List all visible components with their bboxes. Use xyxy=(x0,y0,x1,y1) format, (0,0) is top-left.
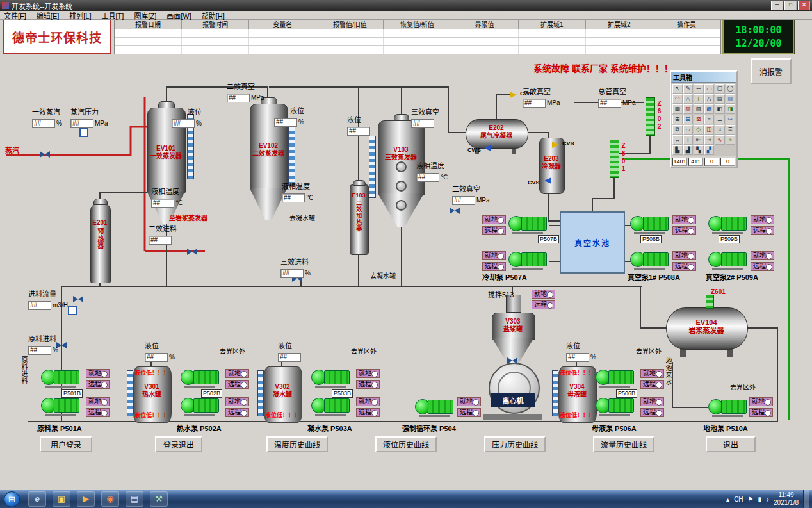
pump-p509a[interactable] xyxy=(708,251,747,268)
p504-remote-button[interactable]: 远程 xyxy=(457,408,481,417)
p501a-remote-button[interactable]: 远程 xyxy=(86,408,110,417)
steam-valve[interactable] xyxy=(40,151,50,158)
toolbox-tool[interactable]: ≣ xyxy=(726,125,736,135)
toolbox-tool[interactable]: ▱ xyxy=(683,125,694,135)
p509b-remote-button[interactable]: 远程 xyxy=(751,226,774,235)
toolbox-tool[interactable]: ▭ xyxy=(704,84,715,94)
agitator-remote-button[interactable]: 远程 xyxy=(532,300,555,309)
taskbar-clock[interactable]: 11:49 2021/1/8 xyxy=(774,491,799,507)
p507a-remote-button[interactable]: 远程 xyxy=(482,262,506,271)
p506a-local-button[interactable]: 就地 xyxy=(640,397,664,406)
p509a-local-button[interactable]: 就地 xyxy=(751,251,774,260)
toolbox-tool[interactable]: ◇ xyxy=(694,125,704,135)
toolbox-tool[interactable]: ≈ xyxy=(726,135,736,145)
menu-item[interactable]: 排列[L] xyxy=(69,10,91,20)
p509b-local-button[interactable]: 就地 xyxy=(751,215,774,224)
toolbox-tool[interactable]: ▥ xyxy=(726,94,736,104)
temperature-history-button[interactable]: 温度历史曲线 xyxy=(266,436,328,452)
pump-p506b[interactable] xyxy=(596,369,634,386)
minimize-button[interactable]: ─ xyxy=(771,1,783,10)
alarm-table-row[interactable] xyxy=(115,46,720,54)
pressure-history-button[interactable]: 压力历史曲线 xyxy=(484,436,546,452)
ev101-discharge-valve[interactable] xyxy=(187,249,197,255)
pump-p502b[interactable] xyxy=(181,369,219,386)
toolbox-tool[interactable]: ◧ xyxy=(715,104,725,114)
toolbox-tool[interactable]: ▩ xyxy=(704,104,715,114)
toolbox-tool[interactable]: A xyxy=(704,94,715,104)
vacuum-line-valve[interactable] xyxy=(450,208,460,214)
pump-p502a[interactable] xyxy=(181,397,219,414)
explorer-folder-icon[interactable]: ▣ xyxy=(53,491,70,507)
reader-icon[interactable]: ▤ xyxy=(126,491,143,507)
media-player-icon[interactable]: ▶ xyxy=(77,491,95,507)
toolbox-tool[interactable]: ▞ xyxy=(704,145,715,155)
network-icon[interactable]: ▮ xyxy=(758,496,762,503)
toolbox-tool[interactable]: T xyxy=(694,94,704,104)
toolbox-title[interactable]: 工具箱 xyxy=(671,72,736,83)
agitator-local-button[interactable]: 就地 xyxy=(532,290,555,299)
toolbox-tool[interactable]: ◨ xyxy=(726,104,736,114)
alarm-table-row[interactable] xyxy=(115,29,720,38)
pump-p506a[interactable] xyxy=(596,397,634,414)
maximize-button[interactable]: □ xyxy=(784,1,797,10)
toolbox-tool[interactable]: ▙ xyxy=(672,145,683,155)
pump-p507b[interactable] xyxy=(508,215,547,232)
menu-item[interactable]: 编辑[E] xyxy=(37,10,59,20)
toolbox-palette[interactable]: 工具箱 ↖✎─▭▢◯◠△TA▤▥▦▧▨▩◧◨⊞⊟⊠≡☰✂⧉▱◇◫⌗≣↔↕⇤⇥∿≈… xyxy=(670,70,738,168)
pump-p507a[interactable] xyxy=(508,251,547,268)
p507a-local-button[interactable]: 就地 xyxy=(482,251,506,260)
p506a-remote-button[interactable]: 远程 xyxy=(640,408,664,417)
p510a-remote-button[interactable]: 远程 xyxy=(749,408,773,417)
toolbox-tool[interactable]: ◯ xyxy=(726,84,736,94)
input-language-indicator[interactable]: CH xyxy=(734,496,743,503)
toolbox-tool[interactable]: △ xyxy=(683,94,694,104)
p506b-remote-button[interactable]: 远程 xyxy=(640,380,664,389)
p503b-remote-button[interactable]: 远程 xyxy=(356,380,380,389)
p508b-local-button[interactable]: 就地 xyxy=(672,215,696,224)
p509a-remote-button[interactable]: 远程 xyxy=(751,262,774,271)
pump-p501a[interactable] xyxy=(41,397,79,414)
p503b-local-button[interactable]: 就地 xyxy=(356,369,380,378)
alarm-table-row[interactable] xyxy=(115,38,720,46)
menu-item[interactable]: 帮助[H] xyxy=(202,10,225,20)
p504-local-button[interactable]: 就地 xyxy=(457,397,481,406)
toolbox-tool[interactable]: ✎ xyxy=(683,84,694,94)
pump-p501b[interactable] xyxy=(41,369,79,386)
browser-icon[interactable]: ◉ xyxy=(101,491,119,507)
p508a-local-button[interactable]: 就地 xyxy=(672,251,696,260)
start-button[interactable]: ⊞ xyxy=(4,491,20,507)
pump-p509b[interactable] xyxy=(708,215,747,232)
toolbox-tool[interactable]: ⊟ xyxy=(683,115,694,124)
toolbox-tool[interactable]: ↕ xyxy=(683,135,694,145)
pump-p510a[interactable] xyxy=(708,398,747,415)
flow-history-button[interactable]: 流量历史曲线 xyxy=(593,436,654,452)
p502a-local-button[interactable]: 就地 xyxy=(225,397,249,406)
toolbox-tool[interactable]: ─ xyxy=(694,84,704,94)
pump-p503a[interactable] xyxy=(311,397,350,414)
p501b-remote-button[interactable]: 远程 xyxy=(86,380,110,389)
toolbox-tool[interactable]: ↖ xyxy=(672,84,683,94)
toolbox-tool[interactable]: ☰ xyxy=(715,115,725,124)
menu-item[interactable]: 图库[Z] xyxy=(134,10,156,20)
toolbox-tool[interactable]: ↔ xyxy=(672,135,683,145)
p506b-local-button[interactable]: 就地 xyxy=(640,369,664,378)
toolbox-tool[interactable]: ⊠ xyxy=(694,115,704,124)
p502b-remote-button[interactable]: 远程 xyxy=(225,380,249,389)
p508a-remote-button[interactable]: 远程 xyxy=(672,262,696,271)
p502b-local-button[interactable]: 就地 xyxy=(225,369,249,378)
p502a-remote-button[interactable]: 远程 xyxy=(225,408,249,417)
toolbox-tool[interactable]: ◫ xyxy=(704,125,715,135)
tray-chevron-icon[interactable]: ▴ xyxy=(726,496,729,503)
user-login-button[interactable]: 用户登录 xyxy=(40,436,92,452)
p501a-local-button[interactable]: 就地 xyxy=(86,397,110,406)
toolbox-tool[interactable]: ▟ xyxy=(683,145,694,155)
logout-button[interactable]: 登录退出 xyxy=(155,436,202,452)
toolbox-tool[interactable]: ▨ xyxy=(694,104,704,114)
p503a-local-button[interactable]: 就地 xyxy=(356,397,380,406)
p507b-local-button[interactable]: 就地 xyxy=(482,215,506,224)
mute-alarm-button[interactable]: 消报警 xyxy=(751,58,792,84)
show-desktop-button[interactable] xyxy=(803,490,809,508)
feed-line-valve[interactable] xyxy=(73,296,83,302)
toolbox-tool[interactable]: ≡ xyxy=(704,115,715,124)
menu-item[interactable]: 文件[F] xyxy=(4,10,26,20)
